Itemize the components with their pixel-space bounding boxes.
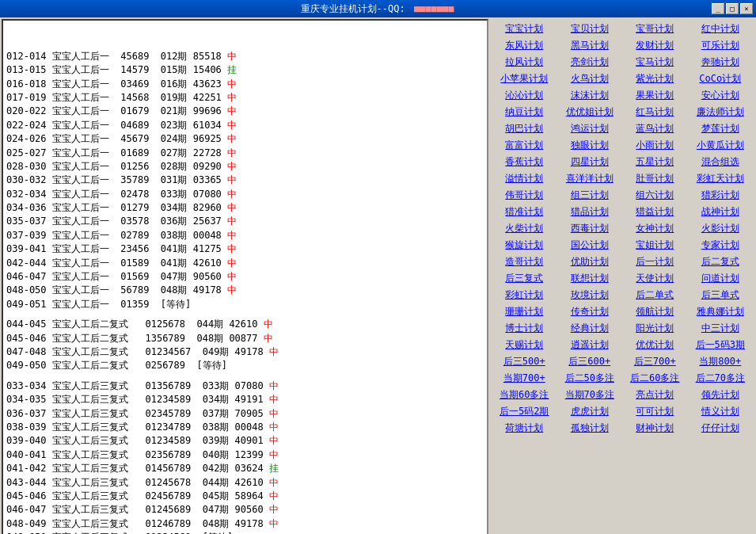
plan-link[interactable]: 优优姐计划 bbox=[564, 105, 615, 120]
plan-link[interactable]: 当期800+ bbox=[697, 354, 743, 369]
plan-link[interactable]: 仔仔计划 bbox=[700, 421, 741, 436]
plan-link[interactable]: 溢情计划 bbox=[503, 171, 545, 186]
plan-link[interactable]: 联想计划 bbox=[569, 271, 610, 286]
plan-link[interactable]: 猎益计划 bbox=[634, 204, 675, 219]
plan-link[interactable]: 当期70多注 bbox=[564, 387, 616, 402]
plan-link[interactable]: 混合组选 bbox=[700, 154, 741, 170]
plan-link[interactable]: 红马计划 bbox=[634, 105, 675, 120]
plan-link[interactable]: 战神计划 bbox=[700, 204, 741, 219]
plan-link[interactable]: 玫境计划 bbox=[569, 288, 610, 303]
plan-link[interactable]: 伟哥计划 bbox=[503, 188, 545, 203]
plan-link[interactable]: 独眼计划 bbox=[569, 138, 610, 153]
plan-link[interactable]: 后一5码3期 bbox=[694, 338, 747, 353]
plan-link[interactable]: 博士计划 bbox=[503, 321, 545, 336]
plan-link[interactable]: 经典计划 bbox=[569, 321, 610, 336]
plan-link[interactable]: 肚哥计划 bbox=[634, 171, 675, 186]
plan-link[interactable]: 中三计划 bbox=[700, 321, 741, 336]
plan-link[interactable]: 后三复式 bbox=[503, 271, 545, 286]
plan-link[interactable]: 安心计划 bbox=[700, 88, 741, 103]
plan-link[interactable]: 小苹果计划 bbox=[499, 71, 549, 86]
plan-link[interactable]: 宝宝计划 bbox=[503, 21, 545, 36]
plan-link[interactable]: 喜洋洋计划 bbox=[564, 171, 615, 186]
plan-link[interactable]: 紫光计划 bbox=[634, 71, 675, 86]
plan-link[interactable]: 宝姐计划 bbox=[634, 238, 675, 253]
plan-link[interactable]: 后二60多注 bbox=[629, 371, 681, 386]
plan-link[interactable]: 可可计划 bbox=[634, 404, 675, 419]
plan-link[interactable]: 火柴计划 bbox=[503, 221, 545, 236]
plan-link[interactable]: 猎品计划 bbox=[569, 204, 610, 219]
plan-link[interactable]: 东风计划 bbox=[503, 38, 545, 53]
plan-link[interactable]: 优优计划 bbox=[634, 338, 675, 353]
plan-link[interactable]: 黑马计划 bbox=[569, 38, 610, 53]
plan-link[interactable]: 小黄瓜计划 bbox=[695, 138, 746, 153]
maximize-button[interactable]: □ bbox=[726, 3, 739, 14]
close-button[interactable]: × bbox=[740, 3, 753, 14]
plan-link[interactable]: 小雨计划 bbox=[634, 138, 675, 153]
plan-link[interactable]: 彩虹天计划 bbox=[695, 171, 746, 186]
plan-link[interactable]: 后二70多注 bbox=[694, 371, 747, 386]
plan-link[interactable]: 彩虹计划 bbox=[503, 288, 545, 303]
plan-link[interactable]: 虎虎计划 bbox=[569, 404, 610, 419]
plan-link[interactable]: 传奇计划 bbox=[569, 304, 610, 319]
plan-link[interactable]: 蓝鸟计划 bbox=[634, 121, 675, 136]
plan-link[interactable]: 梦莲计划 bbox=[700, 121, 741, 136]
plan-link[interactable]: 廉法师计划 bbox=[695, 105, 746, 120]
plan-link[interactable]: 财神计划 bbox=[634, 421, 675, 436]
plan-link[interactable]: 荷塘计划 bbox=[503, 421, 545, 436]
minimize-button[interactable]: _ bbox=[712, 3, 724, 14]
plan-link[interactable]: 后三700+ bbox=[633, 354, 678, 369]
plan-link[interactable]: 孤独计划 bbox=[569, 421, 610, 436]
plan-link[interactable]: 后二单式 bbox=[634, 288, 675, 303]
plan-link[interactable]: 问道计划 bbox=[700, 271, 741, 286]
plan-link[interactable]: CoCo计划 bbox=[697, 71, 743, 86]
plan-link[interactable]: 组三计划 bbox=[569, 188, 610, 203]
plan-link[interactable]: 四星计划 bbox=[569, 154, 610, 170]
plan-link[interactable]: 国公计划 bbox=[569, 238, 610, 253]
plan-link[interactable]: 奔驰计划 bbox=[700, 55, 741, 70]
plan-link[interactable]: 富富计划 bbox=[503, 138, 545, 153]
plan-link[interactable]: 果果计划 bbox=[634, 88, 675, 103]
plan-link[interactable]: 香蕉计划 bbox=[503, 154, 545, 170]
plan-link[interactable]: 组六计划 bbox=[634, 188, 675, 203]
plan-link[interactable]: 沁沁计划 bbox=[503, 88, 545, 103]
plan-link[interactable]: 西毒计划 bbox=[569, 221, 610, 236]
plan-link[interactable]: 沫沫计划 bbox=[569, 88, 610, 103]
plan-link[interactable]: 火鸟计划 bbox=[569, 71, 610, 86]
plan-link[interactable]: 发财计划 bbox=[634, 38, 675, 53]
plan-link[interactable]: 猎彩计划 bbox=[700, 188, 741, 203]
plan-link[interactable]: 造哥计划 bbox=[503, 254, 545, 269]
plan-link[interactable]: 后三单式 bbox=[700, 288, 741, 303]
plan-link[interactable]: 火影计划 bbox=[700, 221, 741, 236]
plan-link[interactable]: 后二复式 bbox=[700, 254, 741, 269]
plan-link[interactable]: 后一5码2期 bbox=[498, 404, 550, 419]
left-scroll-area[interactable]: 012-014 宝宝人工后一 45689 012期 85518 中013-015… bbox=[3, 21, 487, 534]
plan-link[interactable]: 情义计划 bbox=[700, 404, 741, 419]
plan-link[interactable]: 后一计划 bbox=[634, 254, 675, 269]
plan-link[interactable]: 领先计划 bbox=[700, 387, 741, 402]
plan-link[interactable]: 专家计划 bbox=[700, 238, 741, 253]
plan-link[interactable]: 拉风计划 bbox=[503, 55, 545, 70]
plan-link[interactable]: 珊珊计划 bbox=[503, 304, 545, 319]
plan-link[interactable]: 后三500+ bbox=[502, 354, 547, 369]
plan-link[interactable]: 宝马计划 bbox=[634, 55, 675, 70]
plan-link[interactable]: 可乐计划 bbox=[700, 38, 741, 53]
plan-link[interactable]: 猴旋计划 bbox=[503, 238, 545, 253]
plan-link[interactable]: 纳豆计划 bbox=[503, 105, 545, 120]
plan-link[interactable]: 雅典娜计划 bbox=[695, 304, 746, 319]
plan-link[interactable]: 猎准计划 bbox=[503, 204, 545, 219]
plan-link[interactable]: 当期700+ bbox=[502, 371, 547, 386]
plan-link[interactable]: 女神计划 bbox=[634, 221, 675, 236]
plan-link[interactable]: 当期60多注 bbox=[498, 387, 550, 402]
plan-link[interactable]: 阳光计划 bbox=[634, 321, 675, 336]
plan-link[interactable]: 五星计划 bbox=[634, 154, 675, 170]
plan-link[interactable]: 优助计划 bbox=[569, 254, 610, 269]
plan-link[interactable]: 领航计划 bbox=[634, 304, 675, 319]
plan-link[interactable]: 宝贝计划 bbox=[569, 21, 610, 36]
plan-link[interactable]: 天使计划 bbox=[634, 271, 675, 286]
plan-link[interactable]: 后三600+ bbox=[567, 354, 612, 369]
plan-link[interactable]: 鸿运计划 bbox=[569, 121, 610, 136]
plan-link[interactable]: 逍遥计划 bbox=[569, 338, 610, 353]
plan-link[interactable]: 胡巴计划 bbox=[503, 121, 545, 136]
plan-link[interactable]: 亮剑计划 bbox=[569, 55, 610, 70]
plan-link[interactable]: 红中计划 bbox=[700, 21, 741, 36]
